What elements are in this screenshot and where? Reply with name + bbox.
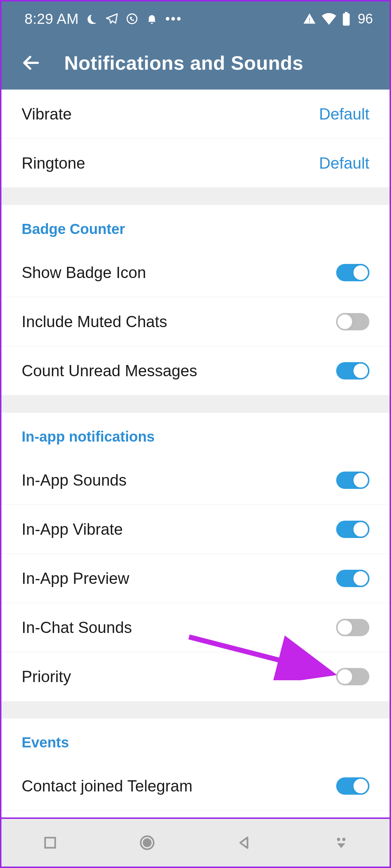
wifi-icon [322,12,336,25]
row-label: In-App Sounds [22,471,127,489]
row-value: Default [319,154,369,172]
whatsapp-icon [126,12,139,25]
section-header-inapp: In-app notifications [1,413,390,456]
contact-joined-switch[interactable] [336,777,369,795]
row-label: In-App Preview [22,569,129,587]
row-value: Default [319,105,369,123]
row-label: Vibrate [22,105,72,123]
svg-rect-1 [343,13,350,26]
system-nav-bar [1,817,390,867]
section-divider [1,701,390,719]
back-nav-button[interactable] [234,833,254,852]
include-muted-chats-row[interactable]: Include Muted Chats [1,297,390,346]
count-unread-messages-switch[interactable] [336,362,369,379]
status-time: 8:29 AM [25,11,79,27]
contact-joined-row[interactable]: Contact joined Telegram [1,761,390,811]
row-label: In-Chat Sounds [22,619,132,637]
section-header-badge: Badge Counter [1,205,390,248]
inapp-sounds-row[interactable]: In-App Sounds [1,456,390,505]
inapp-sounds-switch[interactable] [336,472,369,489]
warning-icon [303,12,316,25]
inapp-preview-switch[interactable] [336,570,369,587]
row-label: Show Badge Icon [22,264,146,282]
row-label: In-App Vibrate [22,520,123,538]
moon-icon [86,13,98,25]
vibrate-row[interactable]: Vibrate Default [1,90,390,139]
app-bar: Notifications and Sounds [1,36,390,90]
inchat-sounds-switch[interactable] [336,619,369,636]
ringtone-row[interactable]: Ringtone Default [1,139,390,188]
telegram-icon [105,12,118,25]
row-label: Priority [22,668,71,686]
page-title: Notifications and Sounds [64,52,303,74]
keyboard-hide-button[interactable] [331,833,351,852]
status-bar-left: 8:29 AM ••• [25,11,182,27]
svg-point-6 [144,839,151,846]
show-badge-icon-switch[interactable] [336,264,369,281]
inapp-vibrate-switch[interactable] [336,521,369,538]
svg-point-0 [127,14,137,24]
inchat-sounds-row[interactable]: In-Chat Sounds [1,603,390,652]
inapp-preview-row[interactable]: In-App Preview [1,554,390,603]
back-button[interactable] [18,50,44,76]
svg-point-8 [342,838,345,841]
section-header-events: Events [1,719,390,761]
priority-switch[interactable] [336,668,369,685]
section-divider [1,188,390,205]
more-icon: ••• [165,11,182,26]
priority-row[interactable]: Priority [1,652,390,701]
row-label: Ringtone [22,154,85,172]
battery-percent: 96 [358,11,373,27]
home-button[interactable] [137,833,157,852]
count-unread-messages-row[interactable]: Count Unread Messages [1,346,390,395]
row-label: Contact joined Telegram [22,777,193,795]
show-badge-icon-row[interactable]: Show Badge Icon [1,248,390,297]
inapp-vibrate-row[interactable]: In-App Vibrate [1,505,390,554]
notification-icon [146,13,158,25]
recents-button[interactable] [40,833,60,852]
battery-icon [342,12,351,26]
screen-frame: 8:29 AM ••• 96 [0,0,391,868]
row-label: Include Muted Chats [22,313,167,331]
include-muted-chats-switch[interactable] [336,313,369,330]
status-bar-right: 96 [303,11,373,27]
row-label: Count Unread Messages [22,362,197,380]
svg-rect-4 [45,838,55,848]
svg-rect-2 [345,12,348,13]
status-bar: 8:29 AM ••• 96 [1,1,390,36]
settings-content[interactable]: Vibrate Default Ringtone Default Badge C… [1,90,390,832]
svg-point-7 [337,838,340,841]
section-divider [1,395,390,413]
